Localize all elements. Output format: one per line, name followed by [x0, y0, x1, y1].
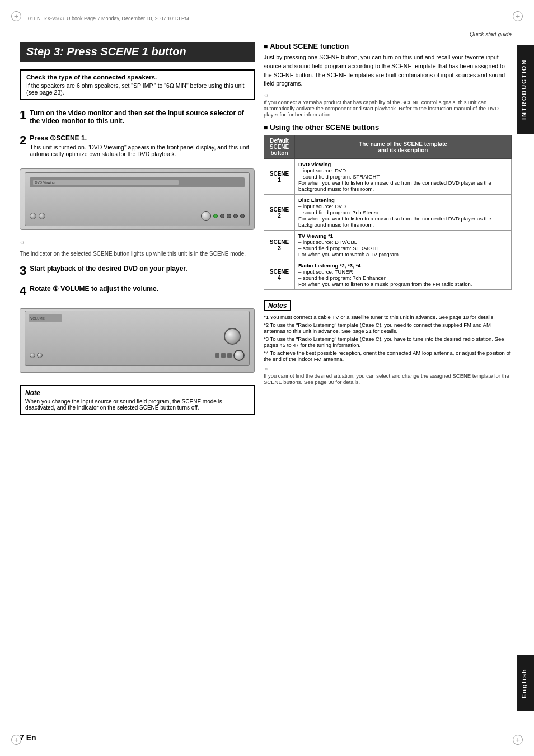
about-scene-heading: About SCENE function [264, 42, 512, 50]
notes-tip: If you cannot find the desired situation… [264, 373, 512, 385]
using-scene-section: Using the other SCENE buttons DefaultSCE… [264, 123, 512, 290]
step-2-desc: This unit is turned on. "DVD Viewing" ap… [30, 144, 255, 157]
scene-table-row: SCENE 2Disc Listening– input source: DVD… [264, 195, 512, 231]
scene-detail-line: For when you want to listen to a music d… [298, 180, 508, 192]
scene-desc-cell: DVD Viewing– input source: DVD– sound fi… [295, 159, 512, 195]
scene-table-row: SCENE 3TV Viewing *1– input source: DTV/… [264, 231, 512, 260]
scene-name: Radio Listening *2, *3, *4 [298, 262, 508, 269]
scene-detail-line: – input source: DVD [298, 203, 508, 209]
scene-detail-line: For when you want to listen to a music d… [298, 215, 508, 228]
step-1: 1 Turn on the video monitor and then set… [20, 109, 255, 126]
step-heading-text: Step 3: Press SCENE 1 button [26, 45, 186, 58]
note-item: *4 To achieve the best possible receptio… [264, 350, 512, 362]
scene-desc-cell: Radio Listening *2, *3, *4– input source… [295, 260, 512, 290]
corner-mark-br [513, 735, 523, 745]
scene-detail-line: – sound field program: 7ch Enhancer [298, 275, 508, 281]
step-2-title: Press ①SCENE 1. [30, 134, 255, 142]
note-box-title: Note [25, 389, 249, 397]
step-3: 3 Start playback of the desired DVD on y… [20, 265, 255, 277]
note-item: *3 To use the "Radio Listening" template… [264, 336, 512, 348]
step-1-title: Turn on the video monitor and then set t… [30, 109, 255, 125]
scene-table-row: SCENE 1DVD Viewing– input source: DVD– s… [264, 159, 512, 195]
about-scene-text: Just by pressing one SCENE button, you c… [264, 53, 512, 88]
scene-detail-line: – sound field program: 7ch Stereo [298, 209, 508, 215]
step-2-content: Press ①SCENE 1. This unit is turned on. … [30, 134, 255, 157]
note-item: *1 You must connect a cable TV or a sate… [264, 314, 512, 320]
note-box: Note When you change the input source or… [20, 385, 255, 415]
warning-title: Check the type of the connected speakers… [26, 74, 248, 81]
device-image-1: DVD Viewing [20, 168, 255, 230]
step-heading-box: Step 3: Press SCENE 1 button [20, 42, 255, 62]
left-column: Step 3: Press SCENE 1 button Check the t… [20, 42, 255, 734]
right-column: About SCENE function Just by pressing on… [264, 42, 512, 734]
scene-name: Disc Listening [298, 197, 508, 203]
tip-icon-2: ☼ [264, 92, 512, 98]
scene-table: DefaultSCENEbutton The name of the SCENE… [264, 135, 512, 290]
step-2-num: 2 [20, 134, 26, 147]
notes-title: Notes [264, 300, 291, 311]
about-scene-tip: If you connect a Yamaha product that has… [264, 99, 512, 118]
about-scene-section: About SCENE function Just by pressing on… [264, 42, 512, 118]
scene-desc-cell: TV Viewing *1– input source: DTV/CBL– so… [295, 231, 512, 260]
scene-detail-line: – input source: DTV/CBL [298, 239, 508, 245]
corner-mark-tr [513, 11, 523, 21]
file-info: 01EN_RX-V563_U.book Page 7 Monday, Decem… [28, 16, 506, 24]
note-box-text: When you change the input source or soun… [25, 398, 249, 411]
table-header-description: The name of the SCENE templateand its de… [295, 135, 512, 159]
note-item: *2 To use the "Radio Listening" template… [264, 322, 512, 334]
scene-detail-line: – input source: DVD [298, 167, 508, 173]
step-1-content: Turn on the video monitor and then set t… [30, 109, 255, 126]
tip-icon-1: ☼ [20, 239, 255, 245]
step-3-title: Start playback of the desired DVD on you… [30, 265, 255, 273]
scene-detail-line: – sound field program: STRAIGHT [298, 173, 508, 180]
step-4: 4 Rotate ① VOLUME to adjust the volume. [20, 285, 255, 297]
notes-list: *1 You must connect a cable TV or a sate… [264, 314, 512, 362]
scene-button-cell: SCENE 4 [264, 260, 295, 290]
scene-button-cell: SCENE 2 [264, 195, 295, 231]
page-number: 7 En [20, 733, 36, 742]
scene-button-cell: SCENE 3 [264, 231, 295, 260]
corner-mark-tl [11, 11, 21, 21]
quick-start-label: Quick start guide [470, 31, 512, 37]
scene-desc-cell: Disc Listening– input source: DVD– sound… [295, 195, 512, 231]
step-1-num: 1 [20, 109, 26, 121]
scene-name: DVD Viewing [298, 161, 508, 167]
warning-text: If the speakers are 6 ohm speakers, set … [26, 82, 248, 96]
scene-name: TV Viewing *1 [298, 233, 508, 239]
scene-detail-line: For when you want to listen to a music p… [298, 281, 508, 287]
step-2: 2 Press ①SCENE 1. This unit is turned on… [20, 134, 255, 157]
notes-section: Notes *1 You must connect a cable TV or … [264, 300, 512, 385]
device-image-2: VOLUME [20, 308, 255, 373]
step-3-num: 3 [20, 265, 26, 277]
scene-detail-line: – input source: TUNER [298, 269, 508, 275]
step-4-title: Rotate ① VOLUME to adjust the volume. [30, 285, 255, 293]
introduction-tab: INTRODUCTION [517, 45, 534, 134]
main-layout: Step 3: Press SCENE 1 button Check the t… [20, 42, 512, 734]
tip-icon-3: ☼ [264, 365, 512, 372]
scene-detail-line: – sound field program: STRAIGHT [298, 245, 508, 251]
tip-text-1: The indicator on the selected SCENE butt… [20, 251, 255, 257]
scene-detail-line: For when you want to watch a TV program. [298, 251, 508, 257]
table-header-button: DefaultSCENEbutton [264, 135, 295, 159]
notes-tip-wrapper: ☼ If you cannot find the desired situati… [264, 365, 512, 385]
using-scene-heading: Using the other SCENE buttons [264, 123, 512, 132]
english-tab: English [517, 655, 534, 711]
step-4-num: 4 [20, 285, 26, 297]
scene-button-cell: SCENE 1 [264, 159, 295, 195]
warning-box: Check the type of the connected speakers… [20, 69, 255, 100]
step-3-content: Start playback of the desired DVD on you… [30, 265, 255, 274]
step-4-content: Rotate ① VOLUME to adjust the volume. [30, 285, 255, 294]
scene-table-row: SCENE 4Radio Listening *2, *3, *4– input… [264, 260, 512, 290]
